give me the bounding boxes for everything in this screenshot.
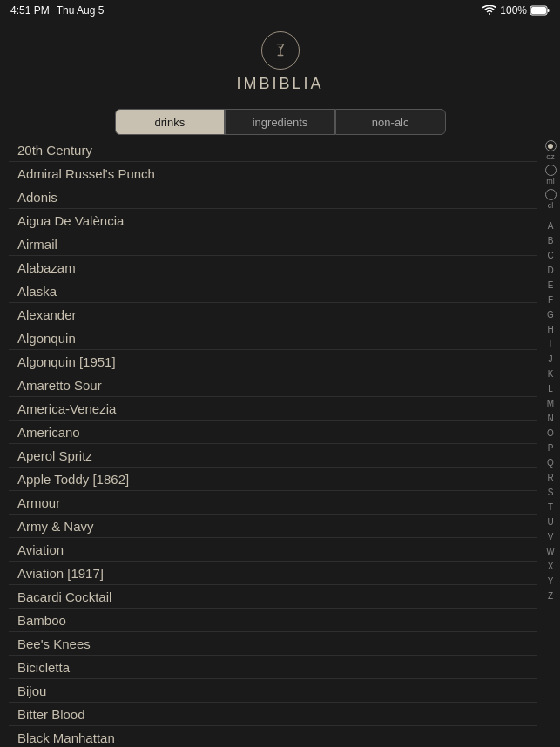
alpha-g[interactable]: G (547, 307, 554, 322)
drink-item[interactable]: Bijou (9, 679, 537, 703)
alpha-m[interactable]: M (547, 396, 554, 411)
drink-item[interactable]: Aviation [1917] (9, 562, 537, 585)
alpha-q[interactable]: Q (547, 455, 554, 470)
alpha-z[interactable]: Z (548, 589, 553, 603)
drink-item[interactable]: 20th Century (9, 138, 537, 162)
alpha-index: ABCDEFGHIJKLMNOPQRSTUVWXYZ (541, 215, 560, 607)
alpha-p[interactable]: P (548, 441, 554, 455)
unit-oz-radio[interactable] (545, 140, 557, 151)
drink-item[interactable]: Bamboo (9, 609, 537, 632)
drink-item[interactable]: Armour (9, 491, 537, 515)
drink-item[interactable]: Airmail (9, 232, 537, 256)
alpha-c[interactable]: C (547, 248, 553, 263)
battery-icon (530, 5, 550, 16)
right-panel: oz ml cl ABCDEFGHIJKLMNOPQRSTUVWXYZ (541, 138, 560, 747)
drink-item[interactable]: Black Manhattan (9, 726, 537, 747)
alpha-y[interactable]: Y (548, 574, 554, 589)
app-title: IMBIBLIA (236, 75, 323, 93)
drink-item[interactable]: Alexander (9, 303, 537, 326)
tab-ingredients[interactable]: ingredients (225, 109, 335, 135)
drinks-list[interactable]: 20th CenturyAdmiral Russel's PunchAdonis… (9, 138, 537, 747)
drink-item[interactable]: Algonquin (9, 326, 537, 350)
alpha-i[interactable]: I (550, 337, 552, 352)
alpha-u[interactable]: U (547, 515, 553, 529)
status-date: Thu Aug 5 (57, 4, 105, 17)
drink-item[interactable]: Bicicletta (9, 656, 537, 679)
drink-item[interactable]: Alaska (9, 279, 537, 303)
drink-item[interactable]: Bacardi Cocktail (9, 585, 537, 609)
alpha-b[interactable]: B (548, 233, 554, 248)
drink-item[interactable]: Army & Navy (9, 515, 537, 538)
status-bar: 4:51 PM Thu Aug 5 100% (0, 0, 560, 21)
unit-oz[interactable]: oz (545, 140, 557, 161)
unit-ml-radio[interactable] (545, 165, 557, 176)
unit-cl[interactable]: cl (545, 189, 557, 210)
alpha-l[interactable]: L (548, 381, 553, 396)
alpha-d[interactable]: D (547, 263, 553, 278)
drink-item[interactable]: Adonis (9, 185, 537, 209)
drink-item[interactable]: Amaretto Sour (9, 374, 537, 397)
drink-item[interactable]: Aperol Spritz (9, 444, 537, 468)
svg-rect-2 (531, 7, 546, 14)
drink-item[interactable]: Bee's Knees (9, 632, 537, 656)
tab-drinks[interactable]: drinks (115, 109, 226, 135)
units-section: oz ml cl (541, 138, 560, 215)
alpha-r[interactable]: R (547, 470, 553, 485)
drink-item[interactable]: Aviation (9, 538, 537, 562)
app-header: IMBIBLIA (0, 21, 560, 102)
alpha-o[interactable]: O (547, 426, 554, 441)
drink-item[interactable]: Algonquin [1951] (9, 350, 537, 374)
alpha-v[interactable]: V (548, 529, 554, 544)
alpha-n[interactable]: N (547, 411, 553, 426)
alpha-x[interactable]: X (548, 559, 554, 574)
drink-item[interactable]: Aigua De València (9, 209, 537, 232)
unit-cl-label: cl (548, 201, 554, 210)
alpha-j[interactable]: J (549, 352, 553, 367)
drink-item[interactable]: Americano (9, 421, 537, 444)
alpha-w[interactable]: W (546, 544, 554, 559)
tab-bar: drinks ingredients non-alc (115, 109, 446, 135)
app-logo (261, 31, 300, 70)
drink-item[interactable]: Bitter Blood (9, 703, 537, 726)
svg-rect-1 (548, 9, 550, 12)
drink-item[interactable]: Admiral Russel's Punch (9, 162, 537, 185)
unit-ml-label: ml (546, 177, 555, 185)
unit-cl-radio[interactable] (545, 189, 557, 200)
drink-item[interactable]: Apple Toddy [1862] (9, 468, 537, 491)
unit-oz-label: oz (546, 152, 555, 161)
alpha-e[interactable]: E (548, 278, 554, 293)
battery-percent: 100% (500, 4, 527, 17)
alpha-h[interactable]: H (547, 322, 553, 337)
cocktail-icon (271, 41, 290, 60)
tab-non-alc[interactable]: non-alc (335, 109, 446, 135)
alpha-t[interactable]: T (548, 500, 553, 515)
main-content: 20th CenturyAdmiral Russel's PunchAdonis… (0, 138, 560, 747)
alpha-a[interactable]: A (548, 219, 554, 233)
unit-ml[interactable]: ml (545, 165, 557, 185)
status-time: 4:51 PM (10, 4, 50, 17)
alpha-f[interactable]: F (548, 293, 553, 307)
wifi-icon (482, 5, 496, 16)
drink-item[interactable]: America-Venezia (9, 397, 537, 421)
status-right: 100% (482, 4, 550, 17)
alpha-s[interactable]: S (548, 485, 554, 500)
drink-item[interactable]: Alabazam (9, 256, 537, 279)
alpha-k[interactable]: K (548, 367, 554, 381)
